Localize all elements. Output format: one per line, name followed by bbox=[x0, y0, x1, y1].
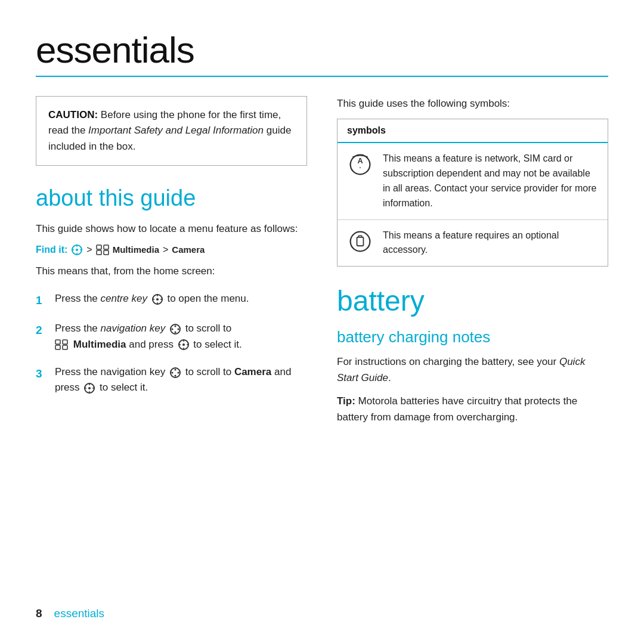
right-column: This guide uses the following symbols: s… bbox=[337, 96, 608, 588]
symbol-row-2: This means a feature requires an optiona… bbox=[338, 220, 608, 267]
symbol-row-1: A ″ This means a feature is network, SIM… bbox=[338, 143, 608, 219]
footer: 8 essentials bbox=[36, 602, 608, 620]
charging-text-part1: For instructions on charging the battery… bbox=[337, 356, 559, 367]
svg-point-17 bbox=[174, 325, 176, 327]
symbols-table: symbols A ″ This means a feature is netw… bbox=[337, 119, 608, 267]
find-it-line: Find it: > Multimedi bbox=[36, 244, 307, 256]
footer-label: essentials bbox=[54, 607, 105, 620]
symbol-desc-1: This means a feature is network, SIM car… bbox=[383, 151, 598, 210]
centre-key-symbol-3 bbox=[83, 382, 95, 394]
svg-rect-9 bbox=[104, 250, 109, 255]
title-divider bbox=[36, 76, 608, 77]
steps-list: 1 Press the centre key to open the menu. bbox=[36, 291, 307, 408]
page: essentials CAUTION: Before using the pho… bbox=[0, 0, 644, 644]
svg-rect-24 bbox=[63, 345, 67, 349]
step-3-content: Press the navigation key to scroll to Ca… bbox=[55, 364, 307, 396]
caution-label: CAUTION: bbox=[48, 109, 98, 120]
main-content: CAUTION: Before using the phone for the … bbox=[36, 96, 608, 588]
symbols-table-header: symbols bbox=[338, 119, 608, 143]
battery-charging-notes-heading: battery charging notes bbox=[337, 328, 608, 346]
centre-key-symbol-1 bbox=[151, 293, 163, 305]
svg-rect-6 bbox=[97, 245, 101, 249]
svg-rect-23 bbox=[55, 345, 60, 349]
svg-point-20 bbox=[177, 328, 179, 330]
page-number: 8 bbox=[36, 607, 42, 620]
list-item: 2 Press the navigation key to scroll to bbox=[36, 321, 307, 352]
step-number-1: 1 bbox=[36, 292, 45, 309]
about-guide-intro: This guide shows how to locate a menu fe… bbox=[36, 221, 307, 237]
svg-rect-7 bbox=[104, 245, 109, 249]
multimedia-icon bbox=[96, 244, 109, 255]
nav-key-symbol-2 bbox=[169, 323, 181, 335]
svg-point-18 bbox=[174, 331, 176, 333]
svg-point-34 bbox=[171, 371, 173, 373]
network-symbol-icon: A ″ bbox=[347, 153, 373, 177]
list-item: 1 Press the centre key to open the menu. bbox=[36, 291, 307, 309]
tip-label: Tip: bbox=[337, 395, 355, 407]
page-title: essentials bbox=[36, 29, 608, 71]
find-it-multimedia: Multimedia bbox=[113, 244, 159, 255]
svg-rect-22 bbox=[63, 340, 67, 344]
svg-rect-21 bbox=[55, 340, 60, 344]
multimedia-icon-step2 bbox=[55, 339, 68, 350]
nav-key-symbol-3 bbox=[169, 367, 181, 379]
svg-point-26 bbox=[182, 343, 185, 346]
charging-text: For instructions on charging the battery… bbox=[337, 354, 608, 386]
means-text: This means that, from the home screen: bbox=[36, 263, 307, 279]
accessory-symbol-icon bbox=[347, 230, 373, 253]
symbols-intro: This guide uses the following symbols: bbox=[337, 96, 608, 112]
centre-key-icon bbox=[71, 244, 83, 256]
svg-point-37 bbox=[88, 387, 91, 389]
list-item: 3 Press the navigation key to scroll to … bbox=[36, 364, 307, 396]
about-guide-heading: about this guide bbox=[36, 185, 307, 212]
find-it-label: Find it: bbox=[36, 244, 67, 255]
svg-point-45 bbox=[351, 231, 370, 251]
svg-point-35 bbox=[177, 371, 179, 373]
tip-content: Motorola batteries have circuitry that p… bbox=[337, 395, 577, 423]
svg-point-33 bbox=[174, 374, 176, 376]
caution-box: CAUTION: Before using the phone for the … bbox=[36, 96, 307, 166]
find-it-arrow: > bbox=[86, 244, 92, 255]
camera-bold-3: Camera bbox=[234, 366, 271, 377]
svg-text:A: A bbox=[357, 157, 363, 166]
nav-key-label: navigation key bbox=[101, 323, 166, 334]
step-1-content: Press the centre key to open the menu. bbox=[55, 291, 307, 306]
centre-key-symbol-2 bbox=[178, 339, 190, 351]
svg-point-1 bbox=[76, 249, 78, 251]
svg-rect-8 bbox=[97, 250, 101, 255]
charging-text-end: . bbox=[388, 372, 391, 383]
tip-text: Tip: Motorola batteries have circuitry t… bbox=[337, 393, 608, 425]
svg-point-19 bbox=[171, 328, 173, 330]
symbol-desc-2: This means a feature requires an optiona… bbox=[383, 228, 598, 258]
step-number-2: 2 bbox=[36, 321, 45, 339]
step-number-3: 3 bbox=[36, 365, 45, 382]
battery-heading: battery bbox=[337, 286, 608, 317]
find-it-camera: Camera bbox=[172, 244, 205, 255]
svg-point-32 bbox=[174, 369, 176, 370]
left-column: CAUTION: Before using the phone for the … bbox=[36, 96, 307, 588]
centre-key-label: centre key bbox=[101, 293, 147, 304]
multimedia-bold-2: Multimedia bbox=[73, 339, 126, 350]
caution-italic: Important Safety and Legal Information bbox=[88, 125, 264, 136]
step-2-content: Press the navigation key to scroll to bbox=[55, 321, 307, 352]
svg-point-11 bbox=[156, 298, 159, 301]
find-it-arrow2: > bbox=[163, 244, 168, 255]
svg-text:″: ″ bbox=[360, 166, 361, 172]
svg-rect-46 bbox=[357, 237, 364, 246]
